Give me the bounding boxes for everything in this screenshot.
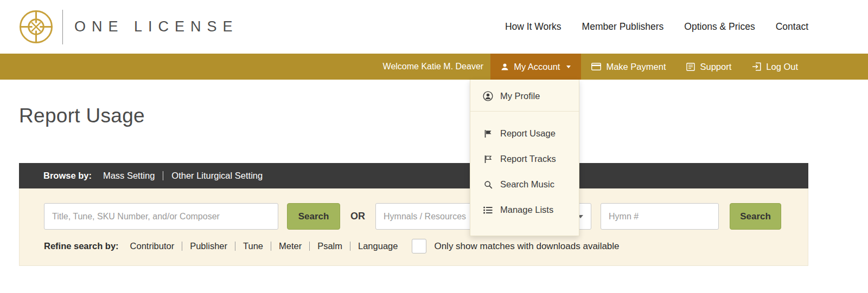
downloads-checkbox[interactable] (412, 239, 426, 253)
menu-item-label: Report Usage (500, 128, 556, 139)
user-icon (501, 63, 509, 71)
flag-filled-icon (483, 129, 493, 138)
refine-row: Refine search by: Contributor Publisher … (44, 239, 783, 253)
my-account-dropdown: My Profile Report Usage Report Tracks (470, 80, 579, 236)
site-header: ONE LICENSE How It Works Member Publishe… (0, 0, 868, 54)
magnifier-icon (483, 180, 493, 189)
menu-item-label: Report Tracks (500, 154, 556, 164)
person-circle-icon (483, 91, 493, 101)
my-account-menu-button[interactable]: My Account (490, 54, 581, 80)
menu-item-my-profile[interactable]: My Profile (470, 83, 579, 108)
nav-how-it-works[interactable]: How It Works (505, 21, 561, 32)
downloads-filter-label: Only show matches with downloads availab… (434, 241, 619, 252)
top-nav: How It Works Member Publishers Options &… (505, 21, 808, 32)
page-title: Report Usage (19, 105, 868, 127)
dropdown-group: Report Usage Report Tracks Search Music (470, 112, 579, 223)
hymnal-select-placeholder: Hymnals / Resources (384, 212, 466, 222)
menu-item-report-tracks[interactable]: Report Tracks (470, 146, 579, 172)
account-bar: Welcome Katie M. Deaver My Account Make … (0, 54, 868, 80)
one-license-emblem-icon (19, 10, 53, 44)
refine-search-label: Refine search by: (44, 241, 119, 251)
browse-by-label: Browse by: (43, 171, 92, 181)
title-search-input[interactable] (44, 203, 278, 230)
caret-down-icon (566, 66, 571, 68)
vertical-separator (235, 242, 235, 251)
logout-button[interactable]: Log Out (742, 54, 808, 80)
make-payment-button[interactable]: Make Payment (581, 54, 676, 80)
refine-link-tune[interactable]: Tune (243, 241, 263, 251)
refine-link-publisher[interactable]: Publisher (190, 241, 227, 251)
search-panel-body: Search OR Hymnals / Resources Search Ref… (19, 188, 808, 266)
logout-label: Log Out (766, 62, 798, 72)
brand-divider (62, 10, 63, 44)
list-icon (483, 206, 493, 214)
main-content: Report Usage Browse by: Mass Setting Oth… (0, 80, 868, 266)
book-icon (686, 63, 695, 71)
support-button[interactable]: Support (676, 54, 742, 80)
refine-link-contributor[interactable]: Contributor (130, 241, 175, 251)
refine-link-psalm[interactable]: Psalm (317, 241, 342, 251)
nav-member-publishers[interactable]: Member Publishers (582, 21, 664, 32)
menu-item-label: My Profile (500, 91, 540, 101)
my-account-label: My Account (514, 62, 560, 72)
menu-item-report-usage[interactable]: Report Usage (470, 121, 579, 146)
hymn-number-input[interactable] (601, 203, 719, 230)
search-row: Search OR Hymnals / Resources Search (44, 203, 783, 230)
vertical-separator (182, 242, 182, 251)
refine-link-language[interactable]: Language (358, 241, 398, 251)
flag-outline-icon (483, 155, 493, 164)
search-button-secondary[interactable]: Search (730, 203, 781, 230)
credit-card-icon (591, 63, 601, 70)
browse-link-mass-setting[interactable]: Mass Setting (103, 171, 155, 181)
search-panel: Browse by: Mass Setting Other Liturgical… (19, 163, 808, 266)
vertical-separator (271, 242, 271, 251)
brand-name: ONE LICENSE (74, 18, 239, 35)
browse-bar: Browse by: Mass Setting Other Liturgical… (19, 163, 808, 188)
make-payment-label: Make Payment (606, 62, 666, 72)
menu-item-manage-lists[interactable]: Manage Lists (470, 197, 579, 223)
menu-item-label: Search Music (500, 179, 554, 190)
or-label: OR (350, 211, 365, 222)
support-label: Support (700, 62, 731, 72)
nav-options-prices[interactable]: Options & Prices (684, 21, 755, 32)
brand-logo[interactable]: ONE LICENSE (19, 10, 239, 44)
nav-contact[interactable]: Contact (776, 21, 808, 32)
refine-link-meter[interactable]: Meter (279, 241, 302, 251)
vertical-separator (350, 242, 350, 251)
logout-icon (752, 62, 761, 71)
vertical-separator (163, 171, 163, 180)
menu-item-label: Manage Lists (500, 205, 553, 215)
vertical-separator (309, 242, 310, 251)
welcome-text: Welcome Katie M. Deaver (376, 54, 491, 80)
search-button-primary[interactable]: Search (287, 203, 340, 230)
menu-item-search-music[interactable]: Search Music (470, 172, 579, 197)
browse-link-other-liturgical-setting[interactable]: Other Liturgical Setting (171, 171, 263, 181)
